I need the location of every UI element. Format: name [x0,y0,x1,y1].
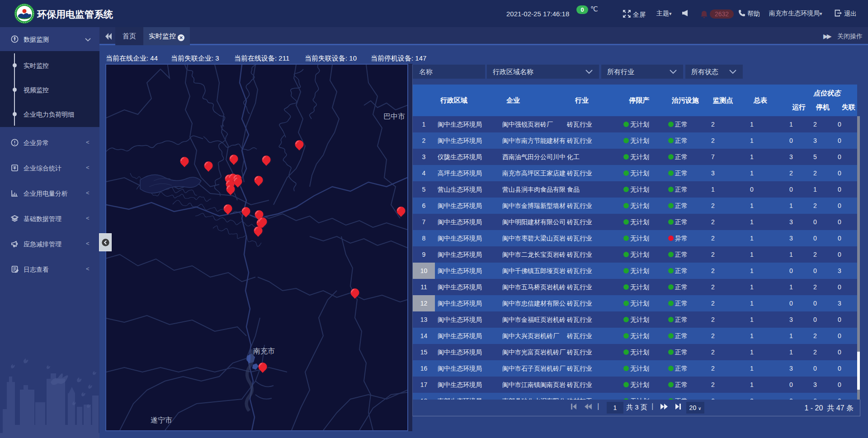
svg-text:南充市: 南充市 [253,347,275,355]
svg-text:遂宁市: 遂宁市 [151,416,172,424]
svg-text:巴中市: 巴中市 [383,113,405,120]
